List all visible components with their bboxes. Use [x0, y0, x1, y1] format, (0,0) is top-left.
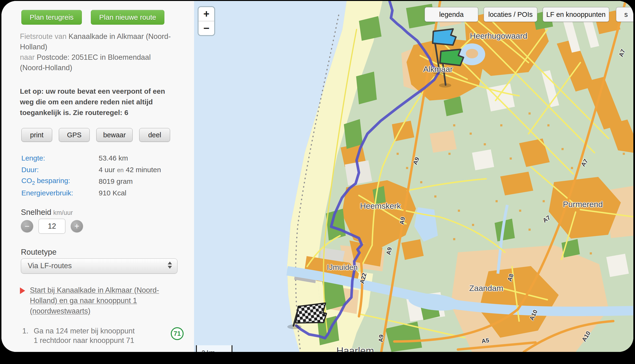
step-number: 1. — [22, 326, 28, 336]
plan-return-button[interactable]: Plan terugreis — [21, 10, 82, 25]
map-scale-label: 2 km — [202, 349, 232, 352]
stat-energy-label[interactable]: Energieverbruik: — [21, 189, 99, 197]
junction-71-badge: 71 — [171, 327, 184, 340]
route-from-label: Fietsroute van — [20, 32, 68, 40]
zoom-control: + − — [198, 6, 215, 36]
town-label-haarlem: Haarlem — [336, 345, 374, 352]
speed-unit: km/uur — [53, 209, 73, 216]
speed-stepper: − + — [21, 219, 83, 234]
map-canvas[interactable] — [194, 1, 633, 352]
route-steps-list: 1. Ga na 124 meter bij knooppunt 1 recht… — [22, 326, 188, 345]
stat-energy: Energieverbruik: 910 Kcal — [21, 187, 173, 199]
road-label-a5: A5 — [481, 337, 490, 344]
gps-button[interactable]: GPS — [59, 128, 90, 142]
start-instruction-link[interactable]: Start bij Kanaalkade in Alkmaar (Noord-H… — [30, 285, 168, 316]
route-start-arrow-icon — [20, 288, 25, 294]
route-summary: Fietsroute van Kanaalkade in Alkmaar (No… — [20, 31, 177, 73]
routetype-selected-value: Via LF-routes — [28, 259, 72, 273]
road-label-a9-4: A9 — [377, 334, 385, 342]
town-label-heemskerk: Heemskerk — [360, 201, 401, 210]
plan-buttons-row: Plan terugreis Plan nieuwe route — [21, 10, 164, 25]
share-button[interactable]: deel — [139, 128, 170, 142]
start-instruction-row: Start bij Kanaalkade in Alkmaar (Noord-H… — [20, 285, 168, 316]
locations-pois-button[interactable]: locaties / POIs — [484, 7, 537, 22]
zoom-out-button[interactable]: − — [198, 21, 214, 35]
speed-decrease-button[interactable]: − — [21, 220, 33, 232]
speed-label: Snelheidkm/uur — [21, 208, 73, 217]
stat-length-label[interactable]: Lengte: — [21, 154, 99, 162]
save-button[interactable]: bewaar — [96, 128, 132, 142]
step-text: Ga na 124 meter bij knooppunt 1 rechtdoo… — [34, 326, 140, 345]
map[interactable]: Heerhugowaard Alkmaar Heemskerk Purmeren… — [194, 1, 633, 352]
satellite-button-partial[interactable]: s — [616, 7, 633, 22]
select-spinner-icon — [168, 262, 172, 269]
route-stats: Lengte: 53.46 km Duur: 4 uuren42 minuten… — [21, 152, 173, 199]
stat-energy-value: 910 Kcal — [99, 189, 126, 197]
stat-co2-value: 8019 gram — [99, 178, 132, 186]
lf-junctions-button[interactable]: LF en knooppunten — [543, 7, 609, 22]
town-label-heerhugowaard: Heerhugowaard — [470, 31, 527, 40]
stat-duration-value: 4 uuren42 minuten — [99, 166, 161, 174]
town-label-alkmaar: Alkmaar — [423, 64, 453, 74]
route-sidebar: Plan terugreis Plan nieuwe route Fietsro… — [2, 1, 194, 352]
road-label-a9-2: A9 — [398, 216, 406, 225]
speed-input[interactable] — [38, 219, 66, 234]
town-label-purmerend: Purmerend — [563, 200, 603, 209]
stat-duration: Duur: 4 uuren42 minuten — [21, 164, 173, 176]
stat-co2: CO2 besparing: 8019 gram — [21, 176, 173, 187]
stat-co2-label[interactable]: CO2 besparing: — [21, 177, 99, 186]
stat-length: Lengte: 53.46 km — [21, 152, 173, 164]
plan-new-route-button[interactable]: Plan nieuwe route — [91, 10, 164, 25]
routetype-label: Routetype — [21, 248, 56, 256]
finish-flag-icon[interactable] — [294, 303, 326, 326]
app-window: Plan terugreis Plan nieuwe route Fietsro… — [2, 1, 633, 352]
stat-duration-label[interactable]: Duur: — [21, 166, 99, 174]
legend-button[interactable]: legenda — [424, 7, 478, 22]
zoom-in-button[interactable]: + — [198, 7, 214, 21]
route-to-label: naar — [20, 53, 37, 62]
map-scale-bar: 2 km — [196, 345, 232, 352]
route-step-1[interactable]: 1. Ga na 124 meter bij knooppunt 1 recht… — [22, 326, 188, 345]
route-warning: Let op: uw route bevat een veerpont of e… — [20, 86, 180, 118]
route-to-value: Postcode: 2051EC in Bloemendaal (Noord-H… — [20, 53, 151, 72]
speed-increase-button[interactable]: + — [71, 220, 83, 232]
town-label-ijmuiden: IJmuiden — [327, 263, 358, 272]
town-label-zaandam: Zaandam — [469, 284, 503, 293]
routetype-select[interactable]: Via LF-routes — [21, 258, 178, 274]
stat-length-value: 53.46 km — [99, 154, 128, 162]
route-actions-row: print GPS bewaar deel — [21, 128, 170, 142]
print-button[interactable]: print — [21, 128, 52, 142]
